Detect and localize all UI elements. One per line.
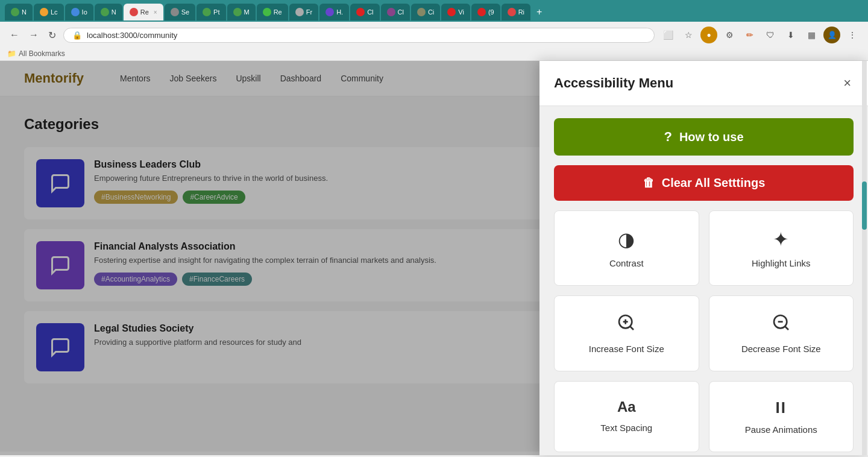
tab-11[interactable]: H. [319, 4, 349, 20]
tab-1[interactable]: N [5, 4, 33, 20]
tab-close-icon[interactable]: × [154, 9, 157, 16]
sidebar-button[interactable]: ▦ [803, 27, 820, 43]
tab-14[interactable]: Ci [411, 4, 440, 20]
tab-8[interactable]: M [227, 4, 256, 20]
tab-17[interactable]: Ri [502, 4, 530, 20]
text-spacing-icon: Aa [617, 399, 636, 415]
cast-button[interactable]: ⬜ [659, 27, 676, 43]
tab-7[interactable]: Pt [197, 4, 225, 20]
bookmarks-folder-icon: 📁 [7, 49, 16, 58]
downloads-button[interactable]: ⬇ [782, 27, 799, 43]
pause-animations-option[interactable]: II Pause Animations [709, 381, 854, 452]
panel-scrollbar[interactable] [862, 61, 867, 455]
text-spacing-label: Text Spacing [600, 423, 652, 433]
tab-9[interactable]: Re [257, 4, 288, 20]
forward-button[interactable]: → [27, 27, 41, 43]
extension-1[interactable]: ● [700, 27, 717, 43]
browser-actions: ⬜ ☆ ● ⚙ ✏ 🛡 ⬇ ▦ 👤 ⋮ [659, 27, 861, 43]
bookmarks-bar: 📁 All Bookmarks [0, 48, 868, 61]
url-text: localhost:3000/community [87, 31, 177, 40]
highlight-links-icon: ✦ [773, 228, 789, 251]
increase-font-label: Increase Font Size [589, 344, 664, 354]
tab-3[interactable]: Io [65, 4, 93, 20]
navigation-bar: ← → ↻ 🔒 localhost:3000/community ⬜ ☆ ● ⚙… [0, 22, 868, 48]
tab-16[interactable]: (9 [471, 4, 500, 20]
increase-font-icon [617, 313, 636, 336]
new-tab-button[interactable]: + [532, 4, 547, 20]
contrast-label: Contrast [609, 258, 644, 268]
extension-3[interactable]: ✏ [741, 27, 758, 43]
pause-animations-label: Pause Animations [745, 424, 817, 435]
tab-15[interactable]: Vi [441, 4, 470, 20]
highlight-links-option[interactable]: ✦ Highlight Links [709, 210, 854, 286]
clear-all-button[interactable]: 🗑 Clear All Setttings [554, 165, 854, 201]
profile-button[interactable]: 👤 [823, 27, 840, 43]
reload-button[interactable]: ↻ [46, 27, 58, 43]
tab-12[interactable]: Cl [350, 4, 379, 20]
decrease-font-label: Decrease Font Size [741, 344, 821, 354]
svg-line-5 [785, 326, 788, 330]
accessibility-close-button[interactable]: × [841, 73, 854, 93]
text-spacing-option[interactable]: Aa Text Spacing [554, 381, 699, 452]
accessibility-options-grid: ◑ Contrast ✦ Highlight Links [554, 210, 854, 452]
menu-button[interactable]: ⋮ [844, 27, 861, 43]
lock-icon: 🔒 [72, 31, 82, 40]
back-button[interactable]: ← [7, 27, 22, 43]
contrast-option[interactable]: ◑ Contrast [554, 210, 699, 286]
pause-animations-icon: II [776, 399, 787, 417]
accessibility-header: Accessibility Menu × [539, 61, 868, 106]
highlight-links-label: Highlight Links [752, 258, 811, 268]
tab-2[interactable]: Lc [34, 4, 64, 20]
contrast-icon: ◑ [618, 228, 635, 251]
tab-4[interactable]: N [95, 4, 122, 20]
decrease-font-option[interactable]: Decrease Font Size [709, 295, 854, 371]
svg-line-1 [630, 326, 634, 330]
tab-10[interactable]: Fr [289, 4, 318, 20]
question-mark-icon: ? [664, 129, 671, 145]
increase-font-option[interactable]: Increase Font Size [554, 295, 699, 371]
tab-5-active[interactable]: Re × [124, 4, 163, 20]
accessibility-body: ? How to use 🗑 Clear All Setttings ◑ Con… [539, 106, 868, 455]
address-bar[interactable]: 🔒 localhost:3000/community [63, 28, 655, 43]
how-to-use-button[interactable]: ? How to use [554, 118, 854, 156]
how-to-use-label: How to use [679, 130, 744, 144]
bookmarks-label[interactable]: All Bookmarks [19, 49, 65, 58]
accessibility-title: Accessibility Menu [554, 75, 673, 91]
decrease-font-icon [772, 313, 791, 336]
trash-icon: 🗑 [643, 176, 655, 190]
tab-13[interactable]: Cl [381, 4, 410, 20]
tab-6[interactable]: Se [165, 4, 195, 20]
page-container: Mentorify Mentors Job Seekers Upskill Da… [0, 61, 868, 455]
scroll-thumb [862, 181, 867, 230]
bookmark-button[interactable]: ☆ [680, 27, 697, 43]
clear-all-label: Clear All Setttings [662, 176, 766, 190]
accessibility-panel: Accessibility Menu × ? How to use 🗑 Clea… [539, 61, 868, 455]
extension-2[interactable]: ⚙ [721, 27, 738, 43]
extension-4[interactable]: 🛡 [762, 27, 779, 43]
tab-bar: N Lc Io N Re × Se Pt M [0, 0, 868, 22]
